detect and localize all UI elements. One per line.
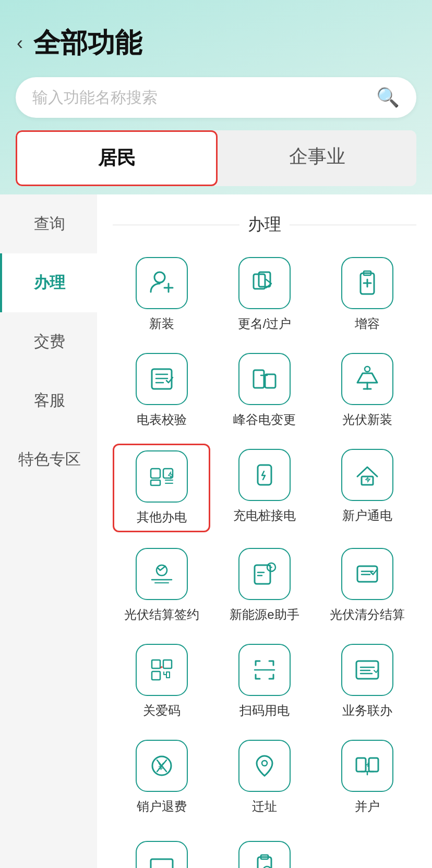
- icon-move-address: [238, 740, 291, 792]
- sidebar-item-handle[interactable]: 办理: [0, 253, 97, 312]
- label-increase-cap: 增容: [355, 315, 380, 332]
- item-new-install[interactable]: 新装: [113, 252, 210, 337]
- sidebar-item-special[interactable]: 特色专区: [0, 430, 97, 489]
- svg-rect-34: [356, 758, 366, 772]
- label-biz-joint: 业务联办: [342, 702, 392, 719]
- svg-rect-26: [152, 660, 160, 668]
- tabs: 居民 企事业: [16, 130, 416, 186]
- label-care-code: 关爱码: [143, 702, 181, 719]
- tab-resident[interactable]: 居民: [16, 130, 218, 186]
- label-new-energy: 新能源e助手: [230, 606, 299, 623]
- label-solar-clear: 光伏清分结算: [330, 606, 405, 623]
- main-content: 查询 办理 交费 客服 特色专区 办理 新装: [0, 194, 432, 868]
- item-cancel-refund[interactable]: ¥ 销户退费: [113, 735, 210, 820]
- label-scan-code: 扫码用电: [239, 702, 290, 719]
- label-peak-change: 峰谷电变更: [233, 411, 296, 428]
- item-scan-code[interactable]: 扫码用电: [215, 639, 313, 724]
- icon-merge-account: [341, 740, 393, 792]
- tab-enterprise[interactable]: 企事业: [218, 130, 416, 186]
- label-new-connect: 新户通电: [342, 507, 392, 524]
- svg-rect-10: [254, 370, 264, 388]
- item-new-energy[interactable]: 新能源e助手: [215, 543, 313, 628]
- sidebar-item-payment[interactable]: 交费: [0, 312, 97, 371]
- label-meter-check: 电表校验: [137, 411, 187, 428]
- icon-other-electric: [136, 450, 188, 503]
- page-title: 全部功能: [33, 25, 142, 62]
- icon-increase-cap: [341, 257, 393, 309]
- search-placeholder: 输入功能名称搜索: [32, 87, 376, 108]
- svg-rect-38: [151, 859, 173, 868]
- label-solar-settle: 光伏结算签约: [124, 606, 199, 623]
- item-reduce-cap[interactable]: 减容: [215, 836, 313, 868]
- svg-rect-17: [151, 480, 160, 485]
- icon-split-account: [136, 841, 188, 868]
- svg-rect-23: [255, 565, 270, 584]
- label-other-electric: 其他办电: [137, 509, 187, 525]
- content-panel: 办理 新装: [97, 194, 432, 868]
- svg-rect-27: [163, 660, 172, 668]
- svg-point-0: [154, 272, 165, 283]
- svg-rect-35: [369, 758, 378, 772]
- last-handle-row: 分户 减容: [113, 836, 416, 868]
- label-move-address: 迁址: [252, 798, 277, 815]
- label-cancel-refund: 销户退费: [137, 798, 187, 815]
- item-solar-clear[interactable]: 光伏清分结算: [319, 543, 416, 628]
- icon-solar-new: [341, 353, 393, 405]
- item-rename[interactable]: 更名/过户: [215, 252, 313, 337]
- sidebar: 查询 办理 交费 客服 特色专区: [0, 194, 97, 868]
- icon-new-energy: [238, 548, 291, 600]
- icon-meter-check: [136, 353, 188, 405]
- icon-new-install: [136, 257, 188, 309]
- label-charger: 充电桩接电: [233, 507, 296, 524]
- item-new-connect[interactable]: 新户通电: [319, 444, 416, 532]
- svg-rect-28: [152, 671, 160, 680]
- sidebar-item-service[interactable]: 客服: [0, 371, 97, 430]
- header: ‹ 全部功能: [0, 0, 432, 72]
- item-merge-account[interactable]: 并户: [319, 735, 416, 820]
- item-solar-new[interactable]: 光伏新装: [319, 348, 416, 433]
- label-rename: 更名/过户: [238, 315, 292, 332]
- svg-rect-15: [151, 469, 160, 478]
- icon-solar-clear: [341, 548, 393, 600]
- item-biz-joint[interactable]: 业务联办: [319, 639, 416, 724]
- item-other-electric[interactable]: 其他办电: [113, 444, 210, 532]
- icon-biz-joint: [341, 644, 393, 696]
- item-increase-cap[interactable]: 增容: [319, 252, 416, 337]
- label-new-install: 新装: [149, 315, 174, 332]
- label-solar-new: 光伏新装: [342, 411, 392, 428]
- svg-point-14: [365, 366, 370, 372]
- icon-peak-change: [238, 353, 291, 405]
- item-split-account[interactable]: 分户: [113, 836, 210, 868]
- label-merge-account: 并户: [355, 798, 380, 815]
- svg-point-33: [262, 761, 267, 766]
- sidebar-item-query[interactable]: 查询: [0, 194, 97, 253]
- icon-reduce-cap: [238, 841, 291, 868]
- item-move-address[interactable]: 迁址: [215, 735, 313, 820]
- section-title-handle: 办理: [113, 213, 416, 236]
- svg-rect-11: [265, 374, 275, 388]
- icon-scan-code: [238, 644, 291, 696]
- item-care-code[interactable]: 关爱码: [113, 639, 210, 724]
- item-peak-change[interactable]: 峰谷电变更: [215, 348, 313, 433]
- icon-charger: [238, 449, 291, 501]
- icon-care-code: [136, 644, 188, 696]
- back-button[interactable]: ‹: [17, 32, 23, 54]
- search-icon[interactable]: 🔍: [376, 87, 400, 108]
- search-bar[interactable]: 输入功能名称搜索 🔍: [16, 77, 416, 118]
- icon-cancel-refund: ¥: [136, 740, 188, 792]
- item-meter-check[interactable]: 电表校验: [113, 348, 210, 433]
- handle-grid: 新装 更名/过户: [113, 252, 416, 820]
- icon-solar-settle: [136, 548, 188, 600]
- icon-new-connect: [341, 449, 393, 501]
- icon-rename: [238, 257, 291, 309]
- item-charger[interactable]: 充电桩接电: [215, 444, 313, 532]
- item-solar-settle[interactable]: 光伏结算签约: [113, 543, 210, 628]
